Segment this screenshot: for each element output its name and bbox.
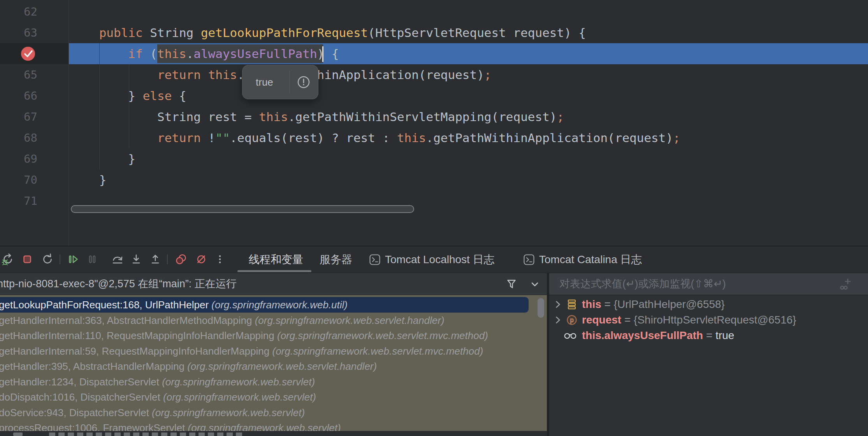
parameter-icon: p	[566, 314, 578, 326]
frame-location: doDispatch:1016, DispatcherServlet	[0, 391, 163, 403]
clipped-icon-fragment	[13, 432, 23, 436]
tab-threads-variables[interactable]: 线程和变量	[249, 246, 303, 272]
stack-frame-row[interactable]: doService:943, DispatcherServlet (org.sp…	[0, 405, 547, 420]
chevron-right-icon[interactable]	[552, 299, 563, 310]
code-token: (	[143, 47, 157, 61]
active-tab-underline	[237, 270, 311, 272]
line-number: 63	[0, 22, 37, 43]
thread-status-text: http-nio-8081-exec-8"@2,575 在组“main”: 正在…	[0, 273, 237, 295]
code-token: ;	[557, 110, 564, 124]
variable-name: this.alwaysUseFullPath = true	[582, 328, 734, 343]
chevron-right-icon[interactable]	[552, 315, 563, 325]
stack-frame-row[interactable]: processRequest:1006, FrameworkServlet (o…	[0, 420, 547, 431]
code-token: if	[128, 47, 142, 61]
toolbar-separator	[167, 254, 168, 264]
stack-frame-row[interactable]: doDispatch:1016, DispatcherServlet (org.…	[0, 389, 547, 405]
alert-icon[interactable]	[297, 76, 310, 89]
resume-button[interactable]	[65, 251, 81, 267]
variables-panel[interactable]: this = {UrlPathHelper@6558}prequest = {S…	[549, 295, 868, 436]
line-number: 68	[0, 127, 37, 148]
code-token: String rest =	[70, 110, 259, 124]
code-token: !	[201, 131, 215, 145]
view-breakpoints-button[interactable]	[173, 251, 189, 267]
stack-frame-row[interactable]: getHandlerInternal:59, RequestMappingInf…	[0, 343, 547, 359]
variable-name: this = {UrlPathHelper@6558}	[582, 297, 725, 312]
code-token: ) {	[317, 47, 339, 61]
line-number: 71	[0, 190, 37, 211]
ide-debugger-window: 626365666768697071 public String getLook…	[0, 0, 868, 436]
tooltip-value: true	[256, 76, 273, 88]
stack-frame-row[interactable]: getHandler:1234, DispatcherServlet (org.…	[0, 374, 547, 390]
frame-location: getHandlerInternal:59, RequestMappingInf…	[0, 345, 272, 357]
frame-location: getHandler:1234, DispatcherServlet	[0, 376, 162, 388]
variable-row[interactable]: this.alwaysUseFullPath = true	[549, 328, 868, 343]
rerun-debug-button[interactable]	[0, 251, 16, 267]
code-editor[interactable]: 626365666768697071 public String getLook…	[0, 0, 868, 246]
svg-text:p: p	[570, 316, 574, 324]
tab-tomcat-localhost-log[interactable]: Tomcat Localhost 日志	[369, 246, 495, 272]
frame-location: getLookupPathForRequest:168, UrlPathHelp…	[0, 299, 211, 311]
frame-location: doService:943, DispatcherServlet	[0, 407, 152, 418]
editor-horizontal-scrollbar[interactable]	[71, 205, 414, 213]
debugger-value-tooltip: true	[242, 65, 318, 99]
code-token: }	[70, 173, 106, 187]
gutter-separator	[69, 0, 69, 246]
code-token: .getPathWithinApplication(request)	[426, 131, 673, 145]
code-token: ""	[215, 131, 230, 145]
code-token: .getPathWithinServletMapping(request)	[288, 110, 557, 124]
add-watch-icon[interactable]	[839, 278, 852, 291]
stack-frames-list[interactable]: getLookupPathForRequest:168, UrlPathHelp…	[0, 295, 547, 431]
pause-button[interactable]	[84, 251, 100, 267]
frame-package: (org.springframework.web.servlet.mvc.met…	[272, 345, 483, 357]
frame-package: (org.springframework.web.servlet)	[162, 376, 315, 388]
watch-icon	[562, 329, 575, 342]
frame-location: getHandlerInternal:110, RequestMappingIn…	[0, 330, 277, 341]
variable-row[interactable]: this = {UrlPathHelper@6558}	[549, 297, 868, 312]
terminal-icon	[523, 253, 535, 266]
frame-package: (org.springframework.web.util)	[211, 299, 348, 311]
more-button[interactable]	[212, 251, 228, 267]
debug-toolbar: 线程和变量服务器Tomcat Localhost 日志Tomcat Catali…	[0, 246, 868, 272]
code-token	[201, 68, 208, 82]
equals-sign: =	[621, 314, 634, 326]
tab-server[interactable]: 服务器	[320, 246, 352, 272]
step-out-button[interactable]	[148, 251, 163, 267]
code-token: .	[186, 47, 194, 61]
line-number: 69	[0, 148, 37, 169]
stack-frame-row[interactable]: getHandler:395, AbstractHandlerMapping (…	[0, 359, 547, 374]
filter-icon[interactable]	[504, 277, 518, 291]
toolbar-separator	[60, 254, 60, 264]
tab-label: 服务器	[320, 252, 352, 267]
code-token: .equals(rest) ? rest :	[230, 131, 397, 145]
step-over-button[interactable]	[110, 251, 125, 267]
line-number: 70	[0, 169, 37, 190]
breakpoint-icon[interactable]	[21, 46, 35, 61]
chevron-down-icon[interactable]	[528, 277, 542, 291]
line-number: 62	[0, 1, 37, 22]
variable-value: {ShiroHttpServletRequest@6516}	[634, 314, 796, 326]
fields-icon	[566, 298, 578, 311]
code-token: }	[70, 152, 135, 166]
code-token: (HttpServletRequest request) {	[368, 26, 586, 40]
frame-package: (org.springframework.web.servlet.handler…	[187, 360, 377, 372]
code-line: public String getLookupPathForRequest(Ht…	[70, 22, 680, 43]
code-token: this	[157, 47, 186, 61]
stack-frame-row[interactable]: getHandlerInternal:363, AbstractHandlerM…	[0, 313, 547, 328]
frame-location: getHandlerInternal:363, AbstractHandlerM…	[0, 315, 255, 326]
variable-row[interactable]: prequest = {ShiroHttpServletRequest@6516…	[549, 312, 868, 328]
step-into-button[interactable]	[128, 251, 144, 267]
variable-value: {UrlPathHelper@6558}	[614, 298, 725, 310]
text-caret	[322, 46, 323, 62]
mute-breakpoints-button[interactable]	[193, 251, 209, 267]
code-text: public String getLookupPathForRequest(Ht…	[70, 1, 680, 211]
stop-button[interactable]	[19, 251, 35, 267]
watches-header[interactable]: 对表达式求值(↵)或添加监视(⇧⌘↵)	[549, 273, 868, 295]
line-number-gutter[interactable]: 626365666768697071	[0, 1, 37, 211]
tab-tomcat-catalina-log[interactable]: Tomcat Catalina 日志	[523, 246, 642, 272]
variable-name: request = {ShiroHttpServletRequest@6516}	[582, 312, 796, 328]
evaluate-expression-placeholder[interactable]: 对表达式求值(↵)或添加监视(⇧⌘↵)	[559, 273, 726, 295]
stack-frame-row[interactable]: getLookupPathForRequest:168, UrlPathHelp…	[0, 297, 529, 313]
rerun-button[interactable]	[40, 251, 55, 267]
thread-selector-bar[interactable]: http-nio-8081-exec-8"@2,575 在组“main”: 正在…	[0, 273, 547, 295]
stack-frame-row[interactable]: getHandlerInternal:110, RequestMappingIn…	[0, 328, 547, 343]
